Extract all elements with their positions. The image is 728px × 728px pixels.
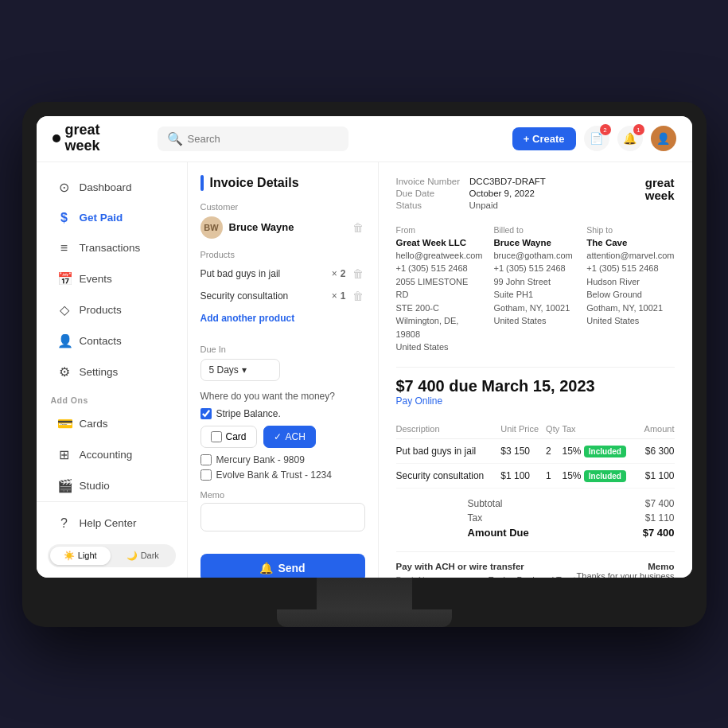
form-title: Invoice Details <box>200 175 365 191</box>
invoice-due-date-row: Due Date October 9, 2022 <box>396 189 546 198</box>
subtotal-row: Subtotal $7 400 <box>468 498 675 509</box>
invoice-status-value: Unpaid <box>469 200 498 210</box>
theme-dark-button[interactable]: 🌙 Dark <box>112 547 173 565</box>
sidebar-item-help[interactable]: ? Help Center <box>43 509 181 538</box>
sidebar-item-products[interactable]: ◇ Products <box>43 295 181 325</box>
sidebar-item-transactions[interactable]: ≡ Transactions <box>43 234 181 263</box>
qty-control-2: × 1 <box>332 290 346 302</box>
sidebar-item-accounting[interactable]: ⊞ Accounting <box>43 440 181 469</box>
table-row: Security consultation $1 100 1 15% Inclu… <box>396 463 675 488</box>
invoice-logo: great week <box>645 177 675 203</box>
theme-light-button[interactable]: ☀️ Light <box>50 547 111 565</box>
notifications-button[interactable]: 📄 2 <box>584 126 609 151</box>
invoice-status-row: Status Unpaid <box>396 200 546 210</box>
memo-input[interactable] <box>200 503 365 531</box>
totals-section: Subtotal $7 400 Tax $1 110 Amount Due $7… <box>468 498 675 539</box>
amount-due-label: Amount Due <box>468 527 529 539</box>
tax-label: Tax <box>468 512 483 524</box>
invoice-meta: Invoice Number DCC3BD7-DRAFT Due Date Oc… <box>396 177 546 212</box>
logo-text: great week <box>65 123 100 154</box>
invoice-header: Invoice Number DCC3BD7-DRAFT Due Date Oc… <box>396 177 675 212</box>
send-label: Send <box>278 562 305 574</box>
search-icon: 🔍 <box>167 131 183 146</box>
stripe-label: Stripe Balance. <box>216 408 281 419</box>
products-label: Products <box>200 250 365 259</box>
stripe-checkbox[interactable] <box>200 408 212 419</box>
card-method-button[interactable]: Card <box>200 426 257 448</box>
remove-customer-button[interactable]: 🗑 <box>351 220 365 236</box>
col-qty: Qty <box>546 419 562 439</box>
send-button[interactable]: 🔔 Send <box>200 554 365 578</box>
billed-label: Billed to <box>494 225 576 235</box>
invoice-logo-text: great week <box>645 177 675 203</box>
remove-product-2-button[interactable]: 🗑 <box>351 288 365 304</box>
product-name-1: Put bad guys in jail <box>200 268 327 279</box>
included-badge-2: Included <box>584 470 626 482</box>
bank2-checkbox[interactable] <box>200 469 212 481</box>
bank-name-row: Bank Name Evolve Bank and Trust <box>396 575 576 578</box>
sidebar-item-label: Accounting <box>80 449 133 461</box>
create-button[interactable]: + Create <box>512 127 576 150</box>
customer-row: BW Bruce Wayne 🗑 <box>200 216 365 239</box>
invoice-due-date-label: Due Date <box>396 189 460 198</box>
pay-online-link[interactable]: Pay Online <box>396 395 443 407</box>
money-question: Where do you want the money? <box>200 391 365 402</box>
invoice-addresses: From Great Week LLC hello@greatweek.com … <box>396 225 675 354</box>
col-unit-price: Unit Price <box>500 419 546 439</box>
card-checkbox[interactable] <box>211 431 222 442</box>
sidebar-item-studio[interactable]: 🎬 Studio <box>43 471 181 500</box>
sidebar-item-label: Studio <box>80 480 110 492</box>
due-select[interactable]: 5 Days ▾ <box>200 359 280 381</box>
sun-icon: ☀️ <box>64 551 75 561</box>
product-row-2: Security consultation × 1 🗑 <box>200 288 365 304</box>
get-paid-icon: $ <box>57 211 72 225</box>
sidebar: ⊙ Dashboard $ Get Paid ≡ Transactions 📅 … <box>37 162 188 578</box>
sidebar-item-label: Help Center <box>80 517 137 529</box>
ship-email: attention@marvel.com <box>586 249 674 263</box>
bank-option-1: Mercury Bank - 9809 <box>200 454 365 465</box>
ship-address1: Hudson River <box>586 275 674 289</box>
item1-amount: $6 300 <box>638 438 674 463</box>
subtotal-label: Subtotal <box>468 498 503 509</box>
memo-label: Memo <box>200 490 365 500</box>
sidebar-item-get-paid[interactable]: $ Get Paid <box>43 204 181 232</box>
settings-icon: ⚙ <box>57 364 72 380</box>
cards-icon: 💳 <box>57 416 72 431</box>
amount-due-row: Amount Due $7 400 <box>468 527 675 539</box>
search-input[interactable] <box>188 133 339 145</box>
moon-icon: 🌙 <box>127 551 138 561</box>
from-address2: STE 200-C <box>396 302 483 315</box>
billed-city: Gotham, NY, 10021 <box>494 302 576 315</box>
item2-description: Security consultation <box>396 463 501 488</box>
sidebar-bottom: ? Help Center ☀️ Light 🌙 Dark <box>37 501 187 578</box>
bank-info-section: Pay with ACH or wire transfer Bank Name … <box>396 551 675 578</box>
sidebar-item-contacts[interactable]: 👤 Contacts <box>43 326 181 356</box>
ship-name: The Cave <box>586 238 674 247</box>
invoice-number-label: Invoice Number <box>396 177 461 186</box>
card-label: Card <box>226 431 247 442</box>
bank-info-title: Pay with ACH or wire transfer <box>396 562 576 571</box>
sidebar-item-cards[interactable]: 💳 Cards <box>43 409 181 438</box>
memo-info: Memo Thanks for your business <box>577 562 675 578</box>
sidebar-item-settings[interactable]: ⚙ Settings <box>43 357 181 387</box>
invoice-due-date-value: October 9, 2022 <box>469 189 535 198</box>
bank-name-value: Evolve Bank and Trust <box>489 575 576 578</box>
search-bar[interactable]: 🔍 <box>158 127 348 151</box>
alerts-button[interactable]: 🔔 1 <box>617 126 643 151</box>
monitor-stand <box>37 578 692 627</box>
item2-unit-price: $1 100 <box>500 463 546 488</box>
main-content: ⊙ Dashboard $ Get Paid ≡ Transactions 📅 … <box>37 162 692 578</box>
amount-due-amount: $7 400 due March 15, 2023 <box>396 377 675 395</box>
chevron-down-icon: ▾ <box>242 364 247 376</box>
avatar[interactable]: 👤 <box>651 126 676 151</box>
ship-label: Ship to <box>586 225 674 235</box>
add-product-link[interactable]: Add another product <box>200 313 295 324</box>
sidebar-item-events[interactable]: 📅 Events <box>43 264 181 294</box>
bank-info: Pay with ACH or wire transfer Bank Name … <box>396 562 576 578</box>
theme-dark-label: Dark <box>141 551 159 560</box>
remove-product-1-button[interactable]: 🗑 <box>351 266 365 282</box>
bank1-checkbox[interactable] <box>200 454 212 465</box>
sidebar-item-dashboard[interactable]: ⊙ Dashboard <box>43 173 181 202</box>
ship-address: Ship to The Cave attention@marvel.com +1… <box>586 225 674 354</box>
ach-method-button[interactable]: ✓ ACH <box>263 426 316 448</box>
